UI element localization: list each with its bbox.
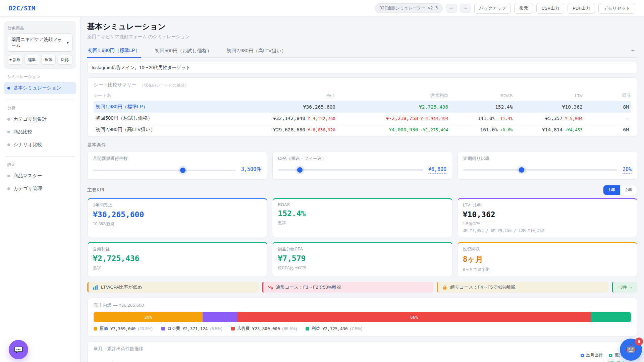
kpi-card-operating-profit: 営業利益 ¥2,725,436 黒字 <box>87 242 267 277</box>
alert-normal-course-dropoff: 通常コース：F1→F2で58%離脱 <box>262 282 433 293</box>
square-marker-icon <box>581 354 584 357</box>
swatch-icon <box>94 327 97 330</box>
sidebar-item-category-manage[interactable]: カテゴリ管理 <box>4 183 76 195</box>
col-profit: 営業利益 <box>335 89 448 101</box>
add-sheet-button[interactable]: + <box>628 46 637 56</box>
notification-badge: 6 <box>635 338 643 346</box>
cpa-slider[interactable] <box>278 169 423 171</box>
toggle-2year[interactable]: 2年 <box>620 185 637 195</box>
sheet-comparison-table: シート名 売上 営業利益 ROAS LTV 回収 初回1,980円（標準LP） … <box>94 89 631 135</box>
product-duplicate-button[interactable]: 複製 <box>41 55 56 65</box>
product-panel: 対象商品 薬用ニキビケア洗顔フォーム ▾ + 新規 編集 複製 削除 <box>4 21 76 69</box>
slider-card-cpa: CPA（税込・フィー込） ¥6,800 <box>272 151 452 180</box>
slider-thumb[interactable] <box>297 167 303 173</box>
legend-monthly: 単月出荷 <box>581 353 603 358</box>
alerts-row: LTV/CPA比率が低め 通常コース：F1→F2で58%離脱 縛りコース：F4→… <box>87 282 637 293</box>
col-sales: 売上 <box>228 89 335 101</box>
memo-input[interactable] <box>87 62 637 73</box>
shipment-line-chart: 9,0007,0005,0003,000100,00080,00060,0004… <box>94 358 631 362</box>
revenue-breakdown-card: 売上内訳 — ¥36,265,600 20% 66% 原価 ¥7,369,040… <box>87 298 637 337</box>
restore-button[interactable]: 復元 <box>514 3 533 14</box>
alerts-more-link[interactable]: +3件 → <box>612 282 637 293</box>
divider <box>5 100 75 100</box>
demo-reset-button[interactable]: デモリセット <box>598 3 635 14</box>
csv-export-button[interactable]: CSV出力 <box>536 3 564 14</box>
lock-icon <box>442 285 447 290</box>
table-row[interactable]: 初回1,980円（標準LP） ¥36,265,600 ¥2,725,436 15… <box>94 101 631 113</box>
chat-button[interactable] <box>9 340 28 359</box>
product-select[interactable]: 薬用ニキビケア洗顔フォーム ▾ <box>8 34 72 52</box>
period-toggle: 1年 2年 <box>603 185 637 195</box>
section-label-settings: 設定 <box>7 162 73 168</box>
kpi-card-payback: 投資回収 8ヶ月 8ヶ月で黒字化 <box>457 242 637 277</box>
slider-thumb[interactable] <box>519 167 524 173</box>
sidebar-item-product-compare[interactable]: 商品比較 <box>4 126 76 138</box>
segment-profit <box>591 312 631 322</box>
alert-ltv-cpa: LTV/CPA比率が低め <box>87 282 259 293</box>
monthly-acquisitions-slider[interactable] <box>93 170 236 171</box>
legend-item: 広告費 ¥23,800,000 (65.6%) <box>231 326 297 331</box>
chevron-down-icon: ▾ <box>67 40 69 45</box>
divider <box>5 156 75 157</box>
segment-ads: 66% <box>237 312 591 322</box>
table-row[interactable]: 初回500円（お試し価格） ¥32,142,840¥-4,122,760 ¥-2… <box>94 113 631 124</box>
section-label-analysis: 分析 <box>7 105 73 111</box>
undo-icon[interactable]: ↩ <box>446 4 457 13</box>
col-roas: ROAS <box>448 89 513 101</box>
segment-cogs: 20% <box>94 312 203 322</box>
subscription-ratio-slider[interactable] <box>463 169 617 171</box>
redo-icon[interactable]: ↪ <box>460 4 471 13</box>
product-edit-button[interactable]: 編集 <box>24 55 39 65</box>
bar-chart-icon <box>93 285 98 290</box>
product-delete-button[interactable]: 削除 <box>58 55 72 65</box>
segment-logistics <box>203 312 237 322</box>
product-select-value: 薬用ニキビケア洗顔フォーム <box>11 37 65 49</box>
bullet-icon <box>7 143 10 146</box>
tab-sheet-highltv[interactable]: 初回2,980円（高LTV狙い） <box>226 45 287 57</box>
swatch-icon <box>231 327 235 330</box>
backup-button[interactable]: バックアップ <box>474 3 511 14</box>
summary-title: シート比較サマリー <box>94 82 137 87</box>
sidebar-item-product-master[interactable]: 商品マスター <box>4 170 76 182</box>
bullet-icon <box>7 175 10 177</box>
toggle-1year[interactable]: 1年 <box>603 185 620 195</box>
monthly-acquisitions-value[interactable]: 3,500件 <box>241 166 261 174</box>
product-new-button[interactable]: + 新規 <box>8 55 22 65</box>
top-bar: D2C/SIM D2C通販シミュレーター v2.3 ↩ ↪ バックアップ 復元 … <box>0 0 644 17</box>
bullet-icon <box>7 187 10 190</box>
bullet-icon <box>7 131 10 133</box>
legend-item: 利益 ¥2,725,436 (7.5%) <box>306 326 362 331</box>
subscription-ratio-value[interactable]: 20% <box>623 166 632 174</box>
chart-legend: 単月出荷 累計出荷 <box>94 353 631 358</box>
slider-card-subscription-ratio: 定期縛り比率 20% <box>458 151 637 180</box>
table-row[interactable]: 初回2,980円（高LTV狙い） ¥29,628,680¥-6,636,920 … <box>94 124 631 135</box>
col-ltv: LTV <box>513 89 583 101</box>
chat-bubble-icon <box>14 345 23 354</box>
page-title: 基本シミュレーション <box>87 21 637 32</box>
section-label-simulation: シミュレーション <box>7 74 73 80</box>
kpi-label: 主要KPI <box>87 187 104 193</box>
pdf-export-button[interactable]: PDF出力 <box>568 3 595 14</box>
bullet-icon <box>7 87 10 89</box>
legend-item: 原価 ¥7,369,040 (20.3%) <box>94 326 153 331</box>
robot-icon <box>625 344 637 355</box>
sidebar: 対象商品 薬用ニキビケア洗顔フォーム ▾ + 新規 編集 複製 削除 シミュレー… <box>0 17 80 362</box>
page-subtitle: 薬用ニキビケア洗顔フォーム のシミュレーション <box>87 34 637 40</box>
trend-down-icon <box>268 285 273 290</box>
assistant-button[interactable]: 6 <box>620 339 642 361</box>
breakdown-title: 売上内訳 — ¥36,265,600 <box>94 302 631 308</box>
slider-card-monthly-acquisitions: 月間新規獲得件数 3,500件 <box>87 151 267 180</box>
cpa-value[interactable]: ¥6,800 <box>428 166 446 174</box>
col-payback: 回収 <box>583 89 631 101</box>
kpi-card-breakeven-cpa: 損益分岐CPA ¥7,579 現CPA比 +¥779 <box>272 242 452 277</box>
sidebar-item-category-summary[interactable]: カテゴリ別集計 <box>4 113 76 125</box>
kpi-card-annual-sales: 1年間売上 ¥36,265,600 10,362/新規 <box>87 198 267 237</box>
kpi-card-ltv: LTV（1年） ¥10,362 1.5倍CPA 3M ¥7,453 / 6M ¥… <box>457 198 637 237</box>
kpi-card-roas: ROAS 152.4% 黒字 <box>272 198 452 237</box>
tab-sheet-standard[interactable]: 初回1,980円（標準LP） <box>87 44 141 58</box>
version-badge: D2C通販シミュレーター v2.3 <box>375 3 442 13</box>
sidebar-item-scenario-compare[interactable]: シナリオ比較 <box>4 139 76 151</box>
sidebar-item-basic-simulation[interactable]: 基本シミュレーション <box>4 82 76 94</box>
slider-thumb[interactable] <box>180 168 185 173</box>
tab-sheet-trial[interactable]: 初回500円（お試し価格） <box>154 45 213 57</box>
